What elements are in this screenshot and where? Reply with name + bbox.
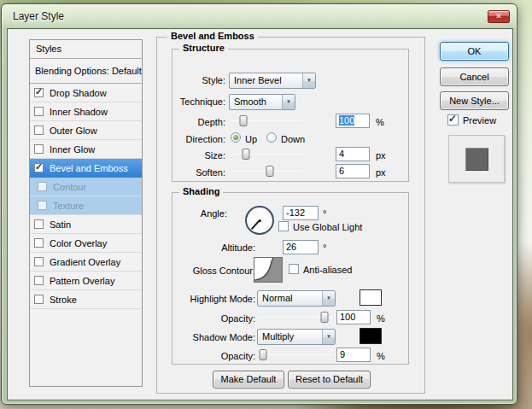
style-item-inner-glow[interactable]: Inner Glow [30, 140, 142, 159]
styles-header[interactable]: Styles [30, 40, 142, 59]
style-item-color-overlay[interactable]: Color Overlay [30, 234, 142, 253]
checkbox-icon[interactable] [34, 144, 44, 154]
highlight-opacity-slider[interactable] [257, 312, 332, 323]
slider-thumb[interactable] [240, 115, 248, 126]
style-item-inner-shadow[interactable]: Inner Shadow [30, 102, 142, 121]
altitude-label: Altitude: [172, 242, 255, 254]
soften-input[interactable]: 6 [336, 164, 370, 178]
style-item-label: Stroke [50, 295, 77, 305]
technique-label: Technique: [172, 96, 225, 108]
style-dropdown[interactable]: Inner Bevel [229, 73, 316, 89]
highlight-opacity-unit: % [377, 313, 385, 324]
slider-thumb[interactable] [243, 149, 250, 160]
soften-slider[interactable] [231, 166, 302, 177]
style-item-texture[interactable]: Texture [30, 196, 142, 215]
checkbox-icon[interactable] [34, 163, 44, 172]
shadow-opacity-unit: % [377, 351, 385, 361]
shadow-opacity-input[interactable]: 9 [336, 348, 371, 362]
structure-group: Structure Style: Inner Bevel Technique: … [172, 49, 409, 182]
chevron-down-icon [302, 73, 315, 88]
bevel-emboss-panel: Bevel and Emboss Structure Style: Inner … [156, 37, 425, 394]
direction-down-radio[interactable] [266, 132, 277, 143]
new-style-button[interactable]: New Style... [440, 91, 509, 110]
layer-style-dialog: Layer Style ✕ Styles Blending Options: D… [1, 3, 517, 405]
soften-label: Soften: [172, 167, 225, 178]
highlight-opacity-input[interactable]: 100 [336, 310, 371, 324]
style-item-stroke[interactable]: Stroke [30, 290, 142, 309]
checkbox-icon[interactable] [34, 257, 44, 266]
close-button[interactable]: ✕ [488, 10, 510, 23]
shadow-color-swatch[interactable] [360, 328, 382, 344]
checkbox-icon[interactable] [34, 107, 44, 116]
checkbox-icon[interactable] [34, 219, 44, 229]
highlight-mode-value: Normal [262, 293, 292, 303]
angle-unit: ° [323, 208, 326, 219]
style-item-bevel-and-emboss[interactable]: Bevel and Emboss [30, 159, 142, 178]
shadow-mode-value: Multiply [262, 331, 294, 342]
style-item-pattern-overlay[interactable]: Pattern Overlay [30, 272, 142, 290]
style-item-label: Texture [53, 201, 84, 211]
style-item-satin[interactable]: Satin [30, 215, 142, 234]
checkbox-icon[interactable] [34, 238, 44, 248]
technique-dropdown[interactable]: Smooth [229, 94, 295, 110]
checkbox-icon[interactable] [34, 126, 44, 135]
style-item-outer-glow[interactable]: Outer Glow [30, 121, 142, 140]
cancel-button[interactable]: Cancel [440, 67, 509, 86]
direction-label: Direction: [172, 134, 225, 145]
slider-thumb[interactable] [260, 349, 267, 360]
anti-aliased-label: Anti-aliased [303, 265, 352, 275]
title-bar[interactable]: Layer Style ✕ [2, 4, 517, 28]
style-item-gradient-overlay[interactable]: Gradient Overlay [30, 253, 142, 272]
angle-dial-center-dot [259, 219, 261, 222]
soften-unit: px [376, 167, 386, 178]
use-global-light-label: Use Global Light [293, 222, 362, 232]
highlight-color-swatch[interactable] [360, 289, 382, 306]
preview-checkbox[interactable] [447, 114, 459, 126]
depth-unit: % [376, 117, 384, 127]
style-item-label: Bevel and Emboss [50, 163, 128, 173]
direction-up-radio[interactable] [231, 132, 241, 143]
checkbox-icon[interactable] [38, 201, 47, 210]
preview-label: Preview [463, 115, 496, 126]
chevron-down-icon [322, 330, 335, 344]
altitude-input[interactable]: 26 [283, 240, 319, 254]
style-item-drop-shadow[interactable]: Drop Shadow [30, 84, 142, 102]
slider-thumb[interactable] [266, 166, 274, 177]
slider-track [257, 354, 332, 355]
size-slider[interactable] [231, 149, 302, 160]
highlight-mode-label: Highlight Mode: [172, 294, 255, 305]
shadow-mode-label: Shadow Mode: [172, 332, 255, 343]
style-item-label: Gradient Overlay [50, 257, 120, 267]
shadow-opacity-slider[interactable] [257, 349, 332, 360]
blending-options-item[interactable]: Blending Options: Default [30, 59, 142, 84]
highlight-opacity-label: Opacity: [172, 313, 255, 324]
ok-button[interactable]: OK [440, 42, 509, 61]
anti-aliased-checkbox[interactable] [289, 264, 299, 274]
chevron-down-icon [282, 95, 295, 109]
make-default-button[interactable]: Make Default [213, 371, 284, 389]
angle-label: Angle: [172, 208, 227, 219]
checkbox-icon[interactable] [34, 88, 44, 97]
shadow-mode-dropdown[interactable]: Multiply [257, 329, 336, 345]
style-item-contour[interactable]: Contour [30, 178, 142, 196]
use-global-light-checkbox[interactable] [278, 221, 289, 231]
reset-to-default-button[interactable]: Reset to Default [288, 371, 371, 389]
checkbox-icon[interactable] [34, 295, 44, 304]
checkbox-icon[interactable] [34, 276, 44, 285]
angle-dial[interactable] [245, 206, 274, 235]
gloss-contour-label: Gloss Contour: [172, 266, 255, 277]
gloss-contour-thumbnail[interactable] [254, 257, 283, 283]
checkbox-icon[interactable] [38, 182, 47, 191]
depth-slider[interactable] [231, 115, 302, 126]
size-input[interactable]: 4 [336, 147, 370, 161]
angle-input[interactable]: -132 [283, 206, 319, 220]
preview-thumbnail [448, 135, 505, 183]
slider-thumb[interactable] [321, 312, 329, 323]
preview-layer-square [465, 148, 488, 171]
altitude-unit: ° [323, 242, 326, 253]
direction-up-label: Up [245, 134, 257, 144]
shading-group: Shading Angle: -132 ° Use Global Light A… [172, 192, 409, 365]
depth-input-selected-text: 100 [339, 115, 354, 126]
highlight-mode-dropdown[interactable]: Normal [257, 290, 336, 307]
depth-input[interactable]: 100 [336, 114, 370, 128]
